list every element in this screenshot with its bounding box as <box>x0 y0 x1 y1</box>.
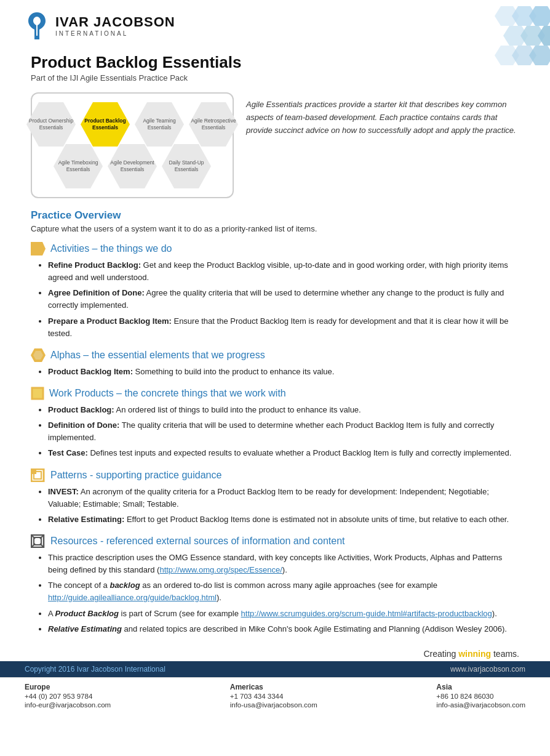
practice-overview-section: Practice Overview Capture what the users… <box>31 209 519 233</box>
resources-header: Resources - referenced external sources … <box>31 534 519 548</box>
item-bold: Agree Definition of Done: <box>48 288 145 297</box>
logo-sub: INTERNATIONAL <box>55 30 175 37</box>
contact-europe-phone: +44 (0) 207 953 9784 <box>25 693 111 700</box>
footer-website: www.ivarjacobson.com <box>450 665 525 674</box>
logo-name: IVAR JACOBSON <box>55 15 175 30</box>
item-bold: Relative Estimating: <box>48 515 124 524</box>
resources-title: Resources - referenced external sources … <box>50 536 345 547</box>
list-item: Definition of Done: The quality criteria… <box>48 419 519 444</box>
list-item: Relative Estimating and related topics a… <box>48 623 519 635</box>
alphas-list: Product Backlog Item: Something to build… <box>48 366 519 378</box>
hex-agile-retro: Agile Retrospective Essentials <box>189 102 238 147</box>
contact-row: Europe +44 (0) 207 953 9784 info-eur@iva… <box>0 677 550 711</box>
intro-block: Product Ownership Essentials Product Bac… <box>31 92 519 198</box>
header: IVAR JACOBSON INTERNATIONAL <box>0 0 550 47</box>
list-item: Prepare a Product Backlog Item: Ensure t… <box>48 315 519 340</box>
list-item: Product Backlog: An ordered list of thin… <box>48 404 519 416</box>
tagline-highlight: winning <box>458 649 491 659</box>
list-item: A Product Backlog is part of Scrum (see … <box>48 608 519 620</box>
list-item: Test Case: Defines test inputs and expec… <box>48 447 519 459</box>
tagline: Creating winning teams. <box>0 645 550 661</box>
svg-marker-9 <box>529 46 550 65</box>
list-item: This practice description uses the OMG E… <box>48 552 519 576</box>
agile-alliance-link[interactable]: http://guide.agilealliance.org/guide/bac… <box>48 593 217 602</box>
svg-marker-3 <box>529 6 550 26</box>
activities-title: Activities – the things we do <box>50 243 172 254</box>
item-bold: Product Backlog Item: <box>48 367 133 376</box>
item-bold: Product Backlog: <box>48 405 114 414</box>
hex-daily-standup: Daily Stand-Up Essentials <box>162 144 211 188</box>
contact-americas-region: Americas <box>230 683 317 691</box>
svg-marker-10 <box>31 242 46 255</box>
workproducts-list: Product Backlog: An ordered list of thin… <box>48 404 519 460</box>
contact-europe: Europe +44 (0) 207 953 9784 info-eur@iva… <box>25 683 111 709</box>
workproducts-header: Work Products – the concrete things that… <box>31 387 519 400</box>
list-item: Agree Definition of Done: Agree the qual… <box>48 287 519 312</box>
logo-area: IVAR JACOBSON INTERNATIONAL <box>25 11 175 41</box>
hex-row-2: Agile Timeboxing Essentials Agile Develo… <box>54 144 211 188</box>
tagline-text: Creating <box>423 649 458 659</box>
contact-europe-region: Europe <box>25 683 111 691</box>
alphas-title: Alphas – the essential elements that we … <box>50 350 265 361</box>
hex-agile-teaming: Agile Teaming Essentials <box>135 102 184 147</box>
workproducts-icon <box>31 387 44 400</box>
item-bold: Prepare a Product Backlog Item: <box>48 316 172 326</box>
activities-icon <box>31 242 46 255</box>
footer-bar: Copyright 2016 Ivar Jacobson Internation… <box>0 661 550 677</box>
list-item: The concept of a backlog as an ordered t… <box>48 579 519 604</box>
contact-europe-email: info-eur@ivarjacobson.com <box>25 701 111 709</box>
patterns-icon <box>31 468 46 482</box>
logo-icon <box>25 11 49 41</box>
footer-copyright: Copyright 2016 Ivar Jacobson Internation… <box>25 665 165 674</box>
patterns-title: Patterns - supporting practice guidance <box>50 470 221 481</box>
alphas-icon <box>31 348 46 362</box>
list-item: Refine Product Backlog: Get and keep the… <box>48 259 519 284</box>
hex-product-ownership: Product Ownership Essentials <box>26 102 76 147</box>
omg-link[interactable]: http://www.omg.org/spec/Essence/ <box>159 565 282 574</box>
activities-header: Activities – the things we do <box>31 242 519 255</box>
patterns-header: Patterns - supporting practice guidance <box>31 468 519 482</box>
svg-rect-16 <box>31 469 36 474</box>
tagline-end: teams. <box>491 649 519 659</box>
content: Product Backlog Essentials Part of the I… <box>0 47 550 645</box>
svg-rect-13 <box>32 388 43 399</box>
list-item: INVEST: An acronym of the quality criter… <box>48 486 519 510</box>
scrum-guides-link[interactable]: http://www.scrumguides.org/scrum-guide.h… <box>241 609 492 618</box>
list-item: Product Backlog Item: Something to build… <box>48 366 519 378</box>
workproducts-title: Work Products – the concrete things that… <box>49 388 286 399</box>
contact-asia-email: info-asia@ivarjacobson.com <box>436 701 525 709</box>
item-bold: Test Case: <box>48 448 88 457</box>
intro-text: Agile Essentials practices provide a sta… <box>246 92 519 137</box>
item-bold: Refine Product Backlog: <box>48 260 141 270</box>
item-bold: INVEST: <box>48 487 79 496</box>
patterns-list: INVEST: An acronym of the quality criter… <box>48 486 519 526</box>
diagram-box: Product Ownership Essentials Product Bac… <box>31 92 234 198</box>
contact-americas-email: info-usa@ivarjacobson.com <box>230 701 317 709</box>
contact-asia-region: Asia <box>436 683 525 691</box>
contact-asia: Asia +86 10 824 86030 info-asia@ivarjaco… <box>436 683 525 709</box>
practice-overview-desc: Capture what the users of a system want … <box>31 224 519 233</box>
subtitle: Part of the IJI Agile Essentials Practic… <box>31 73 519 82</box>
contact-americas-phone: +1 703 434 3344 <box>230 693 317 700</box>
list-item: Relative Estimating: Effort to get Produ… <box>48 513 519 526</box>
hex-agile-dev: Agile Development Essentials <box>108 144 157 188</box>
alphas-header: Alphas – the essential elements that we … <box>31 348 519 362</box>
header-hex-decoration <box>365 0 550 74</box>
resources-list: This practice description uses the OMG E… <box>48 552 519 635</box>
practice-overview-title: Practice Overview <box>31 209 519 222</box>
contact-americas: Americas +1 703 434 3344 info-usa@ivarja… <box>230 683 317 709</box>
activities-list: Refine Product Backlog: Get and keep the… <box>48 259 519 340</box>
logo-text: IVAR JACOBSON INTERNATIONAL <box>55 15 175 36</box>
resources-icon <box>31 534 46 548</box>
hex-product-backlog: Product Backlog Essentials <box>81 102 130 147</box>
contact-asia-phone: +86 10 824 86030 <box>436 693 525 700</box>
hex-agile-timeboxing: Agile Timeboxing Essentials <box>54 144 103 188</box>
hex-row-1: Product Ownership Essentials Product Bac… <box>26 102 238 147</box>
page: IVAR JACOBSON INTERNATIONAL <box>0 0 550 756</box>
item-bold: Definition of Done: <box>48 420 119 430</box>
